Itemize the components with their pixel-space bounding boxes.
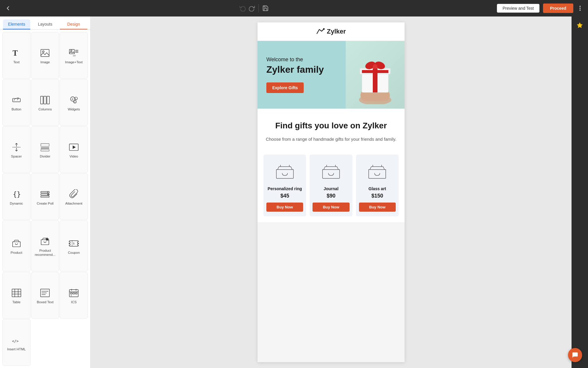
table-icon bbox=[11, 288, 22, 298]
element-product-label: Product bbox=[11, 251, 22, 255]
element-insert-html[interactable]: </> Insert HTML bbox=[2, 319, 31, 366]
section-title-area: Find gifts you love on Zylker Choose fro… bbox=[258, 109, 405, 149]
email-header: Zylker bbox=[258, 22, 405, 41]
product-name-1: Personalized ring bbox=[268, 186, 302, 191]
sidebar: Elements Layouts Design T Text Image bbox=[0, 16, 91, 368]
product-recommend-icon bbox=[39, 236, 51, 247]
svg-point-40 bbox=[69, 241, 70, 243]
svg-marker-83 bbox=[577, 23, 582, 28]
product-name-2: Journal bbox=[324, 186, 339, 191]
element-table-label: Table bbox=[12, 300, 21, 304]
hero-text-area: Welcome to the Zylker family Explore Gif… bbox=[258, 41, 346, 109]
chat-bubble[interactable] bbox=[568, 348, 582, 362]
spacer-icon bbox=[11, 142, 22, 152]
svg-rect-61 bbox=[76, 293, 77, 294]
preview-button[interactable]: Preview and Test bbox=[497, 4, 539, 13]
svg-rect-24 bbox=[41, 143, 49, 146]
product-buy-button-3[interactable]: Buy Now bbox=[359, 203, 396, 212]
product-card-2: Journal $90 Buy Now bbox=[310, 155, 352, 216]
product-icon bbox=[11, 238, 22, 249]
element-divider[interactable]: Divider bbox=[31, 126, 59, 173]
svg-marker-28 bbox=[73, 145, 76, 149]
element-ics-label: ICS bbox=[71, 300, 77, 304]
element-columns-label: Columns bbox=[39, 107, 52, 112]
element-columns[interactable]: Columns bbox=[31, 79, 59, 126]
element-table[interactable]: Table bbox=[2, 272, 31, 319]
canvas-area: Zylker Welcome to the Zylker family Expl… bbox=[91, 16, 572, 368]
undo-button[interactable] bbox=[240, 5, 246, 11]
element-create-poll-label: Create Poll bbox=[37, 201, 54, 206]
logo-mark-icon bbox=[316, 28, 325, 35]
dynamic-icon: {} bbox=[11, 189, 22, 200]
element-widgets[interactable]: @ t in Widgets bbox=[60, 79, 88, 126]
image-icon bbox=[39, 48, 51, 58]
svg-rect-46 bbox=[12, 289, 21, 296]
topbar-center bbox=[240, 4, 269, 12]
svg-point-33 bbox=[48, 191, 49, 193]
product-name-3: Glass art bbox=[368, 186, 386, 191]
topbar-right: Preview and Test Proceed bbox=[497, 4, 583, 13]
hero-title: Zylker family bbox=[266, 64, 337, 75]
element-button-label: Button bbox=[11, 107, 21, 112]
element-create-poll[interactable]: Create Poll bbox=[31, 173, 59, 220]
section-title: Find gifts you love on Zylker bbox=[263, 120, 399, 131]
svg-rect-59 bbox=[71, 293, 72, 294]
element-spacer[interactable]: Spacer bbox=[2, 126, 31, 173]
element-attachment[interactable]: Attachment bbox=[60, 173, 88, 220]
more-button[interactable] bbox=[577, 5, 583, 11]
svg-text:in: in bbox=[74, 101, 75, 103]
element-boxed-text[interactable]: Boxed Text bbox=[31, 272, 59, 319]
svg-point-0 bbox=[580, 6, 580, 7]
element-image[interactable]: Image bbox=[31, 32, 59, 79]
element-text[interactable]: T Text bbox=[2, 32, 31, 79]
element-widgets-label: Widgets bbox=[68, 107, 80, 112]
element-text-label: Text bbox=[13, 60, 19, 64]
product-img-3 bbox=[365, 159, 389, 183]
element-dynamic[interactable]: {} Dynamic bbox=[2, 173, 31, 220]
redo-button[interactable] bbox=[248, 5, 255, 11]
topbar-left bbox=[5, 5, 11, 11]
element-video[interactable]: Video bbox=[60, 126, 88, 173]
svg-point-41 bbox=[69, 244, 70, 246]
svg-rect-4 bbox=[41, 49, 49, 57]
svg-point-1 bbox=[580, 8, 580, 9]
element-button[interactable]: Button bbox=[2, 79, 31, 126]
svg-rect-6 bbox=[69, 49, 74, 54]
product-buy-button-2[interactable]: Buy Now bbox=[313, 203, 349, 212]
logo-text: Zylker bbox=[327, 28, 346, 35]
tab-layouts[interactable]: Layouts bbox=[31, 19, 59, 29]
proceed-button[interactable]: Proceed bbox=[543, 4, 573, 13]
hero-explore-button[interactable]: Explore Gifts bbox=[266, 82, 304, 93]
gift-box-image bbox=[352, 45, 399, 104]
element-image-text-label: Image+Text bbox=[65, 60, 83, 64]
product-buy-button-1[interactable]: Buy Now bbox=[266, 203, 303, 212]
hero-section: Welcome to the Zylker family Explore Gif… bbox=[258, 41, 405, 109]
back-button[interactable] bbox=[5, 5, 11, 11]
star-button[interactable] bbox=[574, 19, 586, 31]
element-coupon[interactable]: $ Coupon bbox=[60, 221, 88, 271]
product-price-1: $45 bbox=[280, 193, 289, 199]
element-divider-label: Divider bbox=[40, 154, 51, 159]
svg-rect-13 bbox=[44, 96, 46, 104]
section-subtitle: Choose from a range of handmade gifts fo… bbox=[263, 136, 399, 143]
tab-design[interactable]: Design bbox=[60, 19, 87, 29]
elements-grid: T Text Image +T Image+Text bbox=[0, 30, 90, 368]
svg-text:$: $ bbox=[71, 295, 72, 296]
svg-text:T: T bbox=[13, 49, 18, 57]
element-image-text[interactable]: +T Image+Text bbox=[60, 32, 88, 79]
save-button[interactable] bbox=[262, 5, 269, 11]
product-card-1: Personalized ring $45 Buy Now bbox=[263, 155, 306, 216]
product-price-3: $150 bbox=[371, 193, 383, 199]
video-icon bbox=[68, 142, 80, 152]
element-attachment-label: Attachment bbox=[65, 201, 82, 206]
svg-rect-14 bbox=[47, 96, 50, 104]
columns-icon bbox=[39, 95, 51, 105]
tab-elements[interactable]: Elements bbox=[3, 19, 30, 29]
hero-image bbox=[346, 41, 405, 109]
products-section: Personalized ring $45 Buy Now Journal $9… bbox=[258, 149, 405, 222]
svg-point-7 bbox=[71, 50, 72, 52]
element-product[interactable]: Product bbox=[2, 221, 31, 271]
element-ics[interactable]: $ ICS bbox=[60, 272, 88, 319]
topbar-divider bbox=[258, 4, 259, 12]
element-product-recommend[interactable]: Product recommend... bbox=[31, 221, 59, 271]
